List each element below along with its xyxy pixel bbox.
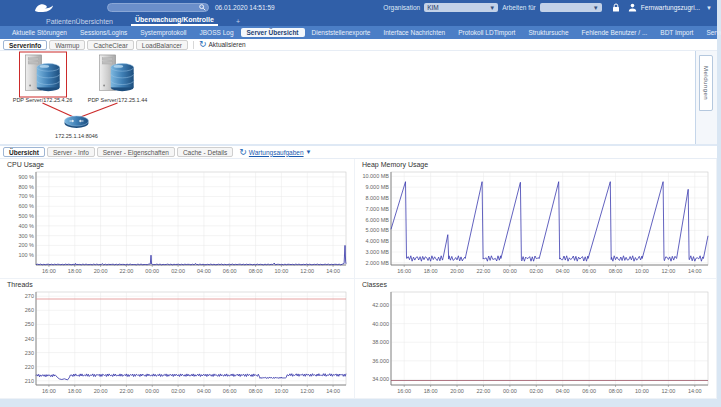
svg-text:400 %: 400 %	[18, 223, 34, 229]
svg-text:40.000: 40.000	[372, 321, 389, 327]
svg-text:00:00: 00:00	[503, 268, 517, 274]
main-tab-überwachung-kontrolle[interactable]: Überwachung/Kontrolle	[131, 16, 218, 26]
server-node-icon[interactable]	[99, 55, 133, 91]
svg-text:34.000: 34.000	[372, 376, 389, 382]
server-node-icon[interactable]	[25, 55, 59, 91]
toolbar-tab-cacheclear[interactable]: CacheClear	[87, 40, 133, 50]
metrics-charts-grid: CPU Usage 16:0018:0020:0022:0000:0002:00…	[0, 159, 717, 399]
server-label: PDP Server/172.25.1.44	[88, 97, 148, 103]
svg-text:06:00: 06:00	[582, 388, 596, 394]
organisation-select[interactable]: KIM ▼	[424, 3, 498, 12]
svg-text:2.000 MB: 2.000 MB	[365, 260, 389, 266]
toolbar-tab-warmup[interactable]: Warmup	[49, 40, 85, 50]
search-input[interactable]	[110, 4, 199, 11]
svg-text:12:00: 12:00	[300, 388, 314, 394]
sub-tab-protokoll-ldtimport[interactable]: Protokoll LDTimport	[452, 28, 521, 37]
brand-swan-logo-icon[interactable]	[33, 2, 55, 14]
threads-chart: Threads 16:0018:0020:0022:0000:0002:0004…	[0, 279, 355, 399]
sub-tab-aktuelle-störungen[interactable]: Aktuelle Störungen	[6, 28, 73, 37]
svg-text:14:00: 14:00	[688, 388, 702, 394]
load-balancer-icon[interactable]	[65, 116, 89, 128]
svg-text:4.000 MB: 4.000 MB	[365, 238, 389, 244]
chevron-down-icon[interactable]: ▼	[706, 5, 712, 11]
chevron-down-icon[interactable]: ▼	[306, 149, 312, 155]
application-window: 06.01.2020 14:51:59 Organisation KIM ▼ A…	[0, 0, 721, 407]
lock-icon[interactable]	[612, 3, 620, 13]
svg-text:02:00: 02:00	[171, 268, 185, 274]
main-tab-+[interactable]: +	[232, 18, 244, 26]
svg-text:14:00: 14:00	[326, 388, 340, 394]
main-tab-bar: PatientenÜbersichtenÜberwachung/Kontroll…	[0, 15, 717, 26]
sub-tab-bar: Aktuelle StörungenSessions/LoginsSystemp…	[0, 26, 717, 39]
sub-tab-jboss-log[interactable]: JBOSS Log	[194, 28, 240, 37]
sub-tab-sessions-logins[interactable]: Sessions/Logins	[74, 28, 133, 37]
svg-text:260: 260	[25, 307, 34, 313]
classes-chart: Classes 16:0018:0020:0022:0000:0002:0004…	[355, 279, 717, 399]
svg-text:270: 270	[25, 293, 34, 299]
main-tab-patientenübersichten[interactable]: PatientenÜbersichten	[42, 18, 117, 26]
meldungen-panel-tab[interactable]: Meldungen	[699, 55, 713, 111]
toolbar-tab-serverinfo[interactable]: Serverinfo	[3, 40, 47, 50]
sub-tab-server-übersicht[interactable]: Server Übersicht	[241, 28, 305, 37]
svg-text:00:00: 00:00	[145, 268, 159, 274]
svg-text:20:00: 20:00	[94, 268, 108, 274]
threads-plot: 16:0018:0020:0022:0000:0002:0004:0006:00…	[3, 289, 351, 396]
chart-title: Classes	[358, 280, 713, 289]
svg-text:210: 210	[25, 378, 34, 384]
detail-tab-server-info[interactable]: Server - Info	[47, 147, 95, 157]
svg-text:06:00: 06:00	[582, 268, 596, 274]
server-topology-section: PDP Server/172.25.4.26 PDP Server/172.25…	[0, 51, 717, 146]
detail-tab-cache-details[interactable]: Cache - Details	[177, 147, 233, 157]
detail-tab-server-eigenschaften[interactable]: Server - Eigenschaften	[97, 147, 175, 157]
serverinfo-toolbar: ServerinfoWarmupCacheClearLoadBalancer ↻…	[0, 39, 717, 51]
svg-text:12:00: 12:00	[661, 388, 675, 394]
svg-text:06:00: 06:00	[223, 388, 237, 394]
window-bottom-edge	[0, 399, 717, 407]
svg-text:18:00: 18:00	[424, 388, 438, 394]
arbeiten-fuer-select[interactable]: ▼	[540, 3, 602, 12]
classes-plot: 16:0018:0020:0022:0000:0002:0004:0006:00…	[358, 289, 713, 396]
chart-title: Heap Memory Usage	[358, 160, 713, 169]
svg-text:18:00: 18:00	[68, 388, 82, 394]
svg-text:04:00: 04:00	[556, 268, 570, 274]
refresh-button[interactable]: Aktualisieren	[208, 41, 245, 48]
svg-text:6.000 MB: 6.000 MB	[365, 217, 389, 223]
sub-tab-server-metrics[interactable]: Server Metrics	[700, 28, 721, 37]
svg-text:10.000 MB: 10.000 MB	[362, 173, 389, 179]
wartungsaufgaben-menu[interactable]: Wartungsaufgaben	[249, 149, 304, 156]
sub-tab-dienststellenexporte[interactable]: Dienststellenexporte	[306, 28, 377, 37]
cpu-usage-chart: CPU Usage 16:0018:0020:0022:0000:0002:00…	[0, 159, 355, 279]
topology-diagram: PDP Server/172.25.4.26 PDP Server/172.25…	[0, 51, 695, 146]
svg-text:500 %: 500 %	[18, 213, 34, 219]
search-icon[interactable]	[199, 4, 206, 12]
sub-tab-struktursuche[interactable]: Struktursuche	[522, 28, 574, 37]
refresh-icon[interactable]: ↻	[199, 40, 207, 49]
svg-text:12:00: 12:00	[300, 268, 314, 274]
topology-link-line	[81, 103, 118, 117]
svg-text:14:00: 14:00	[326, 268, 340, 274]
svg-text:16:00: 16:00	[397, 268, 411, 274]
svg-text:700 %: 700 %	[18, 193, 34, 199]
sub-tab-systemprotokoll[interactable]: Systemprotokoll	[134, 28, 192, 37]
refresh-icon[interactable]: ↻	[239, 148, 247, 157]
svg-text:100 %: 100 %	[18, 252, 34, 258]
svg-text:08:00: 08:00	[609, 388, 623, 394]
svg-text:08:00: 08:00	[249, 268, 263, 274]
meldungen-side-panel: Meldungen	[695, 51, 717, 144]
system-datetime: 06.01.2020 14:51:59	[215, 4, 275, 11]
sub-tab-interface-nachrichten[interactable]: Interface Nachrichten	[377, 28, 451, 37]
sub-tab-fehlende-benutzer[interactable]: Fehlende Benutzer / ...	[576, 28, 654, 37]
toolbar-tab-loadbalancer[interactable]: LoadBalancer	[136, 40, 188, 50]
heap-memory-plot: 16:0018:0020:0022:0000:0002:0004:0006:00…	[358, 169, 713, 276]
detail-tabs-group: ÜbersichtServer - InfoServer - Eigenscha…	[3, 147, 233, 157]
svg-text:800 %: 800 %	[18, 184, 34, 190]
sub-tab-bdt-import[interactable]: BDT Import	[654, 28, 699, 37]
detail-tab-übersicht[interactable]: Übersicht	[3, 147, 45, 157]
svg-text:600 %: 600 %	[18, 203, 34, 209]
svg-text:250: 250	[25, 321, 34, 327]
svg-text:20:00: 20:00	[450, 268, 464, 274]
server-topology-panel: PDP Server/172.25.4.26 PDP Server/172.25…	[0, 51, 695, 144]
svg-text:00:00: 00:00	[145, 388, 159, 394]
logged-in-user-menu[interactable]: Fernwartungszugri...	[641, 4, 700, 11]
svg-text:00:00: 00:00	[503, 388, 517, 394]
